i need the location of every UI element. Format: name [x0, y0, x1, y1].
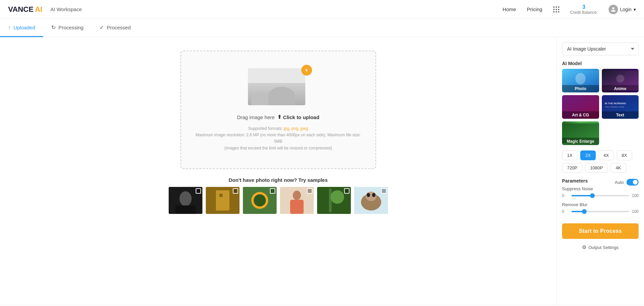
start-to-process-button[interactable]: Start to Process — [562, 223, 639, 239]
ai-model-section: AI Model Photo — [562, 61, 639, 145]
preview-hills — [248, 83, 305, 105]
scale-4x[interactable]: 4X — [598, 150, 614, 160]
resize-note: (Images that exceed the limit will be re… — [195, 145, 362, 151]
formats-value: jpg, png, jpeg — [284, 126, 308, 131]
samples-grid — [169, 187, 388, 214]
list-item[interactable] — [354, 187, 388, 214]
params-header: Parameters Auto — [562, 178, 639, 186]
tab-processing[interactable]: ↻ Processing — [43, 19, 91, 37]
res-buttons: 720P 1080P 4K — [562, 163, 639, 173]
svg-point-1 — [179, 191, 192, 206]
list-item[interactable] — [280, 187, 314, 214]
svg-text:CAN CHANGE YOUR: CAN CHANGE YOUR — [605, 106, 624, 108]
model-artcg[interactable]: Art & CG — [562, 95, 599, 119]
res-4k[interactable]: 4K — [611, 163, 626, 173]
header-nav: Home Pricing 3 Credit Balance: Login ▾ — [503, 4, 636, 15]
tab-processed-label: Processed — [107, 25, 131, 30]
remove-blur-label: Remove Blur — [562, 202, 639, 207]
suppress-noise-min: 0 — [562, 193, 569, 198]
apps-icon[interactable] — [553, 6, 559, 12]
output-settings-label: Output Settings — [588, 245, 619, 250]
credit-label: Credit Balance: — [570, 10, 598, 15]
header: VANCEAI AI Workspace Home Pricing 3 Cred… — [0, 0, 644, 19]
auto-toggle: Auto — [615, 179, 639, 186]
main-content: + Drag image here ⬆ Click to upload Supp… — [0, 37, 644, 305]
processed-icon: ✓ — [100, 24, 104, 31]
model-anime[interactable]: Anime — [602, 69, 639, 92]
res-720p[interactable]: 720P — [562, 163, 582, 173]
tab-processing-label: Processing — [58, 25, 83, 30]
sample-checkbox[interactable] — [381, 188, 387, 194]
workspace-label: AI Workspace — [50, 6, 82, 12]
ai-models-grid: Photo Anime — [562, 69, 639, 145]
list-item[interactable] — [206, 187, 240, 214]
tab-processed[interactable]: ✓ Processed — [91, 19, 139, 37]
sample-checkbox[interactable] — [233, 188, 238, 194]
model-magic[interactable]: Magic Enlarge — [562, 121, 599, 145]
tool-selector[interactable]: AI Image UpscalerAI DenoiserAI Sharpener — [562, 43, 639, 55]
upload-link[interactable]: ⬆ Click to upload — [277, 114, 319, 120]
footer: Copyright © 2024 VanceAI Technology. All… — [0, 305, 644, 306]
chevron-down-icon: ▾ — [634, 7, 636, 12]
scale-buttons: 1X 2X 4X 8X — [562, 150, 639, 160]
settings-icon: ⚙ — [582, 244, 586, 250]
scale-section: 1X 2X 4X 8X 720P 1080P 4K — [562, 150, 639, 173]
preview-placeholder — [248, 68, 305, 105]
upload-box[interactable]: + Drag image here ⬆ Click to upload Supp… — [180, 51, 376, 169]
model-text-label: Text — [602, 111, 639, 119]
list-item[interactable] — [243, 187, 277, 214]
sample-checkbox[interactable] — [344, 188, 349, 194]
model-magic-label: Magic Enlarge — [562, 138, 599, 145]
sample-checkbox[interactable] — [307, 188, 312, 194]
credit-number: 3 — [582, 4, 585, 10]
scale-1x[interactable]: 1X — [562, 150, 578, 160]
suppress-noise-section: Suppress Noise 0 100 — [562, 186, 639, 198]
output-settings[interactable]: ⚙ Output Settings — [562, 244, 639, 250]
scale-8x[interactable]: 8X — [617, 150, 632, 160]
formats-line: Supported formats: jpg, png, jpeg — [195, 126, 362, 132]
plus-button[interactable]: + — [301, 65, 312, 76]
res-1080p[interactable]: 1080P — [585, 163, 608, 173]
svg-point-14 — [331, 190, 344, 204]
credit-balance: 3 Credit Balance: — [570, 4, 598, 15]
logo-vance: VANCE — [8, 5, 33, 14]
model-text[interactable]: IN THE MORNING CAN CHANGE YOUR Text — [602, 95, 639, 119]
upload-content: + Drag image here ⬆ Click to upload Supp… — [0, 37, 556, 305]
user-menu[interactable]: Login ▾ — [609, 5, 636, 14]
model-photo-label: Photo — [562, 85, 599, 92]
upload-text: Drag image here ⬆ Click to upload — [237, 114, 319, 120]
tabs: ↑ Uploaded ↻ Processing ✓ Processed — [0, 19, 644, 37]
logo-ai: AI — [35, 5, 42, 14]
remove-blur-slider[interactable] — [571, 211, 629, 212]
suppress-noise-label: Suppress Noise — [562, 186, 639, 191]
tab-uploaded-label: Uploaded — [13, 25, 35, 30]
upload-preview: + — [248, 68, 309, 109]
sample-checkbox[interactable] — [196, 188, 201, 194]
resolution-text: Maximum image resolution: 2.8 MP (no mor… — [195, 132, 362, 145]
list-item[interactable] — [317, 187, 351, 214]
svg-point-23 — [616, 75, 624, 83]
click-to-upload: Click to upload — [283, 114, 319, 120]
toggle-switch[interactable] — [626, 179, 639, 186]
drag-text: Drag image here — [237, 114, 275, 120]
list-item[interactable] — [169, 187, 202, 214]
svg-point-19 — [372, 193, 375, 197]
auto-label: Auto — [615, 180, 624, 185]
svg-text:IN THE MORNING: IN THE MORNING — [605, 102, 626, 105]
tab-uploaded[interactable]: ↑ Uploaded — [0, 19, 43, 37]
model-photo[interactable]: Photo — [562, 69, 599, 92]
login-label: Login — [620, 7, 632, 12]
suppress-noise-slider[interactable] — [571, 195, 629, 196]
sample-checkbox[interactable] — [270, 188, 275, 194]
processing-icon: ↻ — [51, 24, 56, 31]
pricing-link[interactable]: Pricing — [527, 6, 542, 12]
svg-rect-11 — [290, 200, 304, 214]
upload-info: Supported formats: jpg, png, jpeg Maximu… — [195, 126, 362, 151]
formats-label: Supported formats: — [248, 126, 283, 131]
scale-2x[interactable]: 2X — [580, 150, 596, 160]
svg-point-21 — [576, 73, 586, 84]
svg-rect-13 — [329, 189, 332, 212]
remove-blur-min: 0 — [562, 209, 569, 214]
suppress-noise-max: 100 — [632, 193, 639, 198]
home-link[interactable]: Home — [503, 6, 516, 12]
